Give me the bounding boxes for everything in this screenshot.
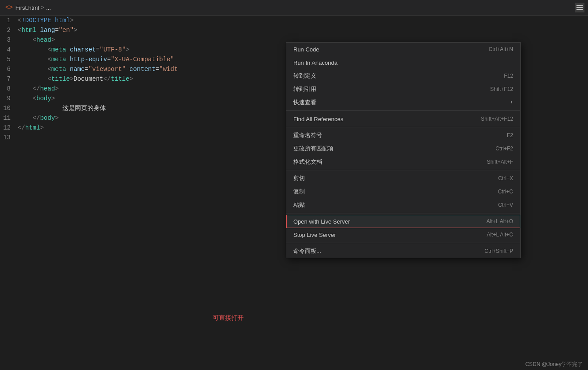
menu-separator: [286, 127, 520, 127]
line-number: 2: [0, 25, 18, 35]
menu-item-change-all[interactable]: 更改所有匹配项Ctrl+F2: [286, 142, 520, 155]
settings-icon[interactable]: [575, 3, 584, 12]
menu-item-format-doc[interactable]: 格式化文档Shift+Alt+F: [286, 155, 520, 169]
menu-separator: [286, 213, 520, 213]
svg-rect-2: [576, 9, 583, 10]
menu-item-paste[interactable]: 粘贴Ctrl+V: [286, 198, 520, 212]
breadcrumb-more: ...: [46, 4, 51, 11]
menu-item-shortcut: F2: [507, 132, 513, 138]
code-line: 9 <body>: [0, 94, 286, 103]
menu-item-label: 转到引用: [293, 85, 316, 93]
line-content: <meta http-equiv="X-UA-Compatible": [18, 55, 174, 64]
line-content: <meta name="viewport" content="widt: [18, 64, 178, 74]
menu-item-label: Stop Live Server: [293, 232, 336, 238]
editor-area: 1<!DOCTYPE html>2<html lang="en">3 <head…: [0, 16, 588, 370]
svg-rect-1: [576, 7, 583, 8]
breadcrumb-separator: >: [41, 4, 44, 11]
line-number: 3: [0, 35, 18, 45]
menu-item-label: 更改所有匹配项: [293, 145, 334, 153]
line-number: 10: [0, 103, 18, 113]
context-menu: Run CodeCtrl+Alt+NRun In Anaconda转到定义F12…: [286, 42, 521, 258]
menu-item-goto-ref[interactable]: 转到引用Shift+F12: [286, 83, 520, 96]
menu-item-label: 复制: [293, 188, 305, 196]
menu-item-label: 命令面板...: [293, 247, 321, 255]
code-line: 10 这是网页的身体: [0, 103, 286, 113]
watermark: CSDN @Joney学不完了: [525, 361, 583, 368]
line-content: <body>: [18, 94, 55, 103]
menu-item-shortcut: Ctrl+Alt+N: [489, 46, 513, 52]
code-line: 6 <meta name="viewport" content="widt: [0, 64, 286, 74]
code-line: 3 <head>: [0, 35, 286, 45]
menu-item-shortcut: Ctrl+X: [498, 175, 513, 181]
line-number: 7: [0, 74, 18, 84]
title-bar: <> First.html > ...: [0, 0, 588, 16]
menu-item-shortcut: Ctrl+F2: [495, 146, 513, 152]
code-line: 5 <meta http-equiv="X-UA-Compatible": [0, 55, 286, 64]
menu-item-command-palette[interactable]: 命令面板...Ctrl+Shift+P: [286, 244, 520, 258]
menu-item-peek[interactable]: 快速查看›: [286, 96, 520, 109]
line-content: </body>: [18, 113, 58, 123]
code-line: 1<!DOCTYPE html>: [0, 16, 286, 25]
line-number: 12: [0, 123, 18, 133]
menu-item-shortcut: Alt+L Alt+O: [487, 218, 513, 224]
menu-item-label: 转到定义: [293, 72, 316, 80]
menu-item-shortcut: Ctrl+Shift+P: [484, 248, 513, 254]
menu-item-label: 重命名符号: [293, 131, 322, 139]
menu-item-label: Open with Live Server: [293, 218, 350, 225]
file-icon: <>: [5, 4, 13, 11]
line-number: 4: [0, 45, 18, 55]
menu-item-label: 剪切: [293, 174, 305, 182]
line-content: <meta charset="UTF-8">: [18, 45, 129, 55]
line-number: 8: [0, 84, 18, 94]
line-number: 6: [0, 64, 18, 74]
code-line: 7 <title>Document</title>: [0, 74, 286, 84]
line-number: 13: [0, 133, 18, 142]
menu-item-label: 格式化文档: [293, 158, 322, 166]
code-line: 8 </head>: [0, 84, 286, 94]
menu-item-shortcut: Shift+Alt+F: [487, 159, 513, 165]
menu-separator: [286, 170, 520, 170]
code-line: 12</html>: [0, 123, 286, 133]
menu-item-find-refs[interactable]: Find All ReferencesShift+Alt+F12: [286, 112, 520, 126]
menu-item-run-anaconda[interactable]: Run In Anaconda: [286, 56, 520, 69]
line-content: <head>: [18, 35, 55, 45]
line-number: 1: [0, 16, 18, 25]
menu-item-label: Run Code: [293, 46, 319, 53]
line-content: <title>Document</title>: [18, 74, 133, 84]
code-line: 13: [0, 133, 286, 142]
menu-item-shortcut: Shift+F12: [490, 86, 513, 92]
menu-item-shortcut: Alt+L Alt+C: [487, 232, 513, 238]
menu-item-label: 粘贴: [293, 201, 305, 209]
menu-item-label: 快速查看: [293, 98, 316, 106]
line-number: 5: [0, 55, 18, 64]
menu-item-label: Run In Anaconda: [293, 59, 338, 66]
menu-item-rename-symbol[interactable]: 重命名符号F2: [286, 129, 520, 142]
line-content: </head>: [18, 84, 58, 94]
svg-rect-0: [576, 5, 583, 6]
menu-separator: [286, 110, 520, 111]
line-content: <html lang="en">: [18, 25, 77, 35]
annotation-label: 可直接打开: [213, 314, 244, 322]
line-content: 这是网页的身体: [18, 103, 106, 113]
menu-item-goto-def[interactable]: 转到定义F12: [286, 69, 520, 83]
menu-item-cut[interactable]: 剪切Ctrl+X: [286, 172, 520, 185]
code-line: 4 <meta charset="UTF-8">: [0, 45, 286, 55]
menu-item-shortcut: Ctrl+C: [498, 189, 513, 195]
menu-item-arrow: ›: [510, 99, 513, 106]
line-number: 9: [0, 94, 18, 103]
menu-item-label: Find All References: [293, 116, 343, 122]
menu-item-run-code[interactable]: Run CodeCtrl+Alt+N: [286, 43, 520, 56]
filename: First.html: [16, 4, 39, 11]
code-line: 2<html lang="en">: [0, 25, 286, 35]
code-line: 11 </body>: [0, 113, 286, 123]
line-content: </html>: [18, 123, 44, 133]
line-number: 11: [0, 113, 18, 123]
line-content: <!DOCTYPE html>: [18, 16, 74, 25]
menu-item-shortcut: F12: [504, 73, 513, 79]
menu-item-shortcut: Ctrl+V: [498, 202, 513, 208]
menu-item-stop-live-server[interactable]: Stop Live ServerAlt+L Alt+C: [286, 228, 520, 241]
menu-item-copy[interactable]: 复制Ctrl+C: [286, 185, 520, 198]
menu-item-shortcut: Shift+Alt+F12: [481, 116, 513, 122]
menu-item-open-live-server[interactable]: Open with Live ServerAlt+L Alt+O: [286, 215, 520, 228]
menu-separator: [286, 243, 520, 243]
